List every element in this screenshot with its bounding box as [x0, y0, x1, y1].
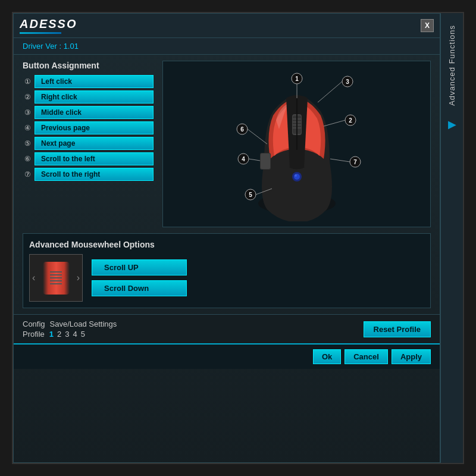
profile-4[interactable]: 4: [73, 330, 77, 339]
footer-config-area: Config Save/Load Settings Profile 1 2 3 …: [14, 314, 440, 343]
advanced-content: ‹ ›: [29, 254, 424, 302]
btn-number-3: ③: [23, 108, 31, 117]
svg-line-27: [249, 159, 260, 161]
svg-text:4: 4: [242, 156, 245, 162]
svg-text:3: 3: [346, 79, 349, 85]
driver-version-value: 1.01: [64, 42, 79, 51]
profile-label: Profile: [23, 330, 45, 339]
mouse-diagram: 1 3 2 7: [220, 67, 374, 221]
save-load-label: Save/Load Settings: [50, 320, 117, 328]
svg-text:1: 1: [295, 76, 299, 82]
content-area: Button Assignment ① Left click ② Right c…: [14, 55, 440, 314]
btn-number-2: ②: [23, 93, 31, 101]
logo-underline: [20, 32, 61, 34]
profile-2[interactable]: 2: [57, 330, 61, 339]
advanced-mousewheel-title: Advanced Mousewheel Options: [29, 240, 424, 249]
wheel-left-arrow-icon: ‹: [32, 273, 35, 283]
cancel-button[interactable]: Cancel: [345, 349, 388, 364]
top-section: Button Assignment ① Left click ② Right c…: [23, 61, 431, 227]
config-row-1: Config Save/Load Settings: [23, 320, 117, 328]
advanced-mousewheel-section: Advanced Mousewheel Options ‹: [23, 233, 431, 308]
scroll-buttons: Scroll UP Scroll Down: [92, 259, 187, 296]
svg-line-24: [330, 159, 350, 162]
svg-line-18: [318, 82, 342, 102]
profile-1[interactable]: 1: [49, 330, 54, 339]
apply-button[interactable]: Apply: [392, 349, 431, 364]
mouse-image-area: 1 3 2 7: [162, 61, 431, 227]
list-item: ⑦ Scroll to the right: [23, 168, 154, 181]
config-row-2: Profile 1 2 3 4 5: [23, 330, 117, 339]
bottom-buttons-bar: Ok Cancel Apply: [14, 343, 440, 369]
svg-line-30: [248, 129, 267, 144]
wheel-preview: ‹ ›: [29, 254, 83, 302]
btn-number-5: ⑤: [23, 139, 31, 148]
btn-number-1: ①: [23, 77, 31, 86]
right-sidebar: Advanced Functions ▶: [440, 13, 463, 463]
btn-number-7: ⑦: [23, 170, 31, 178]
previous-page-button[interactable]: Previous page: [35, 121, 154, 134]
scroll-right-button[interactable]: Scroll to the right: [35, 168, 154, 181]
middle-click-button[interactable]: Middle click: [35, 106, 154, 119]
wheel-line: [50, 280, 62, 281]
config-section: Config Save/Load Settings Profile 1 2 3 …: [23, 320, 117, 339]
svg-text:7: 7: [353, 159, 357, 165]
right-click-button[interactable]: Right click: [35, 90, 154, 104]
app-logo: ADESSO: [20, 17, 77, 31]
main-panel: ADESSO X Driver Ver : 1.01 Button Assign…: [13, 13, 440, 463]
wheel-line: [50, 274, 62, 275]
list-item: ② Right click: [23, 90, 154, 104]
wheel-line: [50, 277, 62, 278]
svg-text:6: 6: [240, 126, 244, 133]
button-assignment-title: Button Assignment: [23, 61, 154, 70]
next-page-button[interactable]: Next page: [35, 137, 154, 150]
close-button[interactable]: X: [421, 19, 434, 32]
scroll-left-button[interactable]: Scroll to the left: [35, 152, 154, 165]
svg-point-9: [295, 174, 297, 177]
scroll-up-button[interactable]: Scroll UP: [92, 259, 187, 275]
scroll-down-button[interactable]: Scroll Down: [92, 280, 187, 296]
btn-number-4: ④: [23, 124, 31, 132]
profile-numbers: 1 2 3 4 5: [49, 330, 85, 339]
wheel-line: [50, 283, 62, 284]
wheel-body: [43, 262, 70, 295]
wheel-scroll-lines: [50, 271, 62, 284]
svg-rect-11: [261, 154, 270, 169]
button-assignment-panel: Button Assignment ① Left click ② Right c…: [23, 61, 154, 227]
sidebar-arrow-icon[interactable]: ▶: [448, 118, 456, 131]
app-window: ADESSO X Driver Ver : 1.01 Button Assign…: [12, 12, 464, 464]
driver-version-bar: Driver Ver : 1.01: [14, 38, 440, 55]
ok-button[interactable]: Ok: [313, 349, 341, 364]
driver-label: Driver Ver :: [23, 42, 61, 51]
list-item: ⑥ Scroll to the left: [23, 152, 154, 165]
list-item: ① Left click: [23, 75, 154, 88]
svg-text:5: 5: [249, 192, 252, 198]
reset-profile-button[interactable]: Reset Profile: [364, 321, 431, 337]
title-bar: ADESSO X: [14, 14, 440, 38]
btn-number-6: ⑥: [23, 155, 31, 163]
list-item: ④ Previous page: [23, 121, 154, 134]
config-label: Config: [23, 320, 45, 328]
profile-3[interactable]: 3: [65, 330, 69, 339]
svg-text:2: 2: [349, 117, 352, 124]
list-item: ③ Middle click: [23, 106, 154, 119]
wheel-line: [50, 271, 62, 273]
svg-line-21: [324, 120, 345, 126]
logo-area: ADESSO: [20, 17, 77, 34]
profile-5[interactable]: 5: [81, 330, 85, 339]
left-click-button[interactable]: Left click: [35, 75, 154, 88]
list-item: ⑤ Next page: [23, 137, 154, 150]
button-list: ① Left click ② Right click ③ Middle clic…: [23, 75, 154, 181]
svg-point-8: [294, 174, 300, 180]
sidebar-label: Advanced Functions: [447, 19, 456, 112]
wheel-right-arrow-icon: ›: [77, 273, 80, 283]
